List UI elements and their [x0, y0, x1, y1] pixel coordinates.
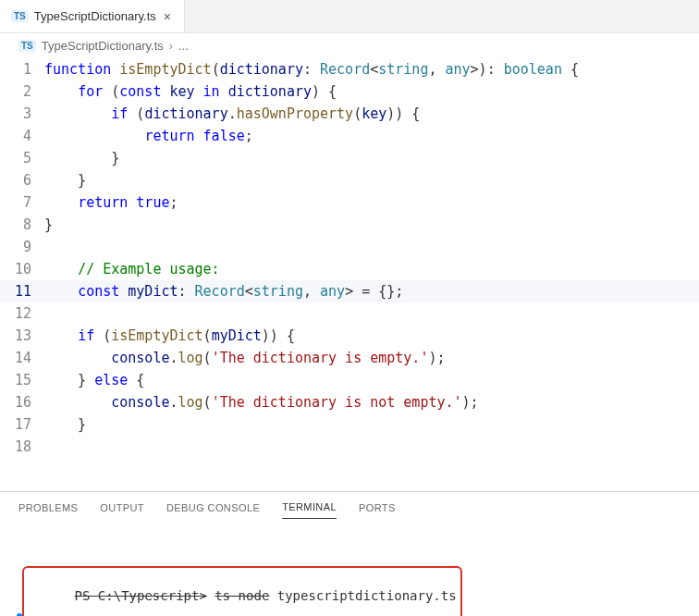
code-line[interactable]: } else { [44, 369, 144, 391]
code-line[interactable] [44, 236, 53, 258]
line-number: 8 [6, 214, 44, 236]
code-line[interactable] [44, 302, 53, 325]
editor-tab[interactable]: TS TypeScriptDictionary.ts × [0, 0, 185, 32]
tab-debug-console[interactable]: DEBUG CONSOLE [166, 502, 260, 519]
tab-ports[interactable]: PORTS [359, 502, 396, 519]
code-line[interactable]: const myDict: Record<string, any> = {}; [44, 280, 403, 302]
line-number: 10 [6, 258, 44, 280]
code-editor[interactable]: 1function isEmptyDict(dictionary: Record… [0, 56, 699, 467]
chevron-right-icon: › [169, 39, 173, 53]
code-line[interactable]: return false; [44, 125, 253, 147]
output-highlight: PS C:\Typescript> ts-node typescriptdict… [22, 566, 462, 616]
terminal[interactable]: PS C:\Typescript> ts-node typescriptdict… [0, 523, 699, 616]
code-line[interactable]: console.log('The dictionary is not empty… [44, 391, 479, 413]
line-number: 9 [6, 236, 44, 258]
code-line[interactable]: function isEmptyDict(dictionary: Record<… [44, 58, 579, 80]
line-number: 15 [6, 369, 44, 391]
line-number: 11 [6, 280, 44, 302]
code-line[interactable] [44, 436, 53, 458]
tab-bar: TS TypeScriptDictionary.ts × [0, 0, 699, 33]
code-line[interactable]: if (isEmptyDict(myDict)) { [44, 325, 295, 347]
line-number: 14 [6, 347, 44, 369]
code-line[interactable]: } [44, 147, 119, 169]
code-line[interactable]: return true; [44, 191, 178, 214]
code-line[interactable]: // Example usage: [44, 258, 220, 280]
tab-problems[interactable]: PROBLEMS [18, 502, 78, 519]
line-number: 1 [6, 58, 44, 80]
code-line[interactable]: } [44, 169, 86, 191]
line-number: 16 [6, 391, 44, 413]
line-number: 13 [6, 325, 44, 347]
tab-terminal[interactable]: TERMINAL [282, 501, 337, 519]
line-number: 6 [6, 169, 44, 191]
ts-lang-icon: TS [18, 40, 36, 52]
line-number: 12 [6, 302, 44, 325]
breadcrumb-file[interactable]: TypeScriptDictionary.ts [42, 39, 164, 53]
code-line[interactable]: if (dictionary.hasOwnProperty(key)) { [44, 103, 420, 125]
breadcrumb-more[interactable]: ... [178, 39, 189, 53]
code-line[interactable]: for (const key in dictionary) { [44, 80, 337, 103]
code-line[interactable]: } [44, 214, 53, 236]
tab-output[interactable]: OUTPUT [100, 502, 144, 519]
line-number: 2 [6, 80, 44, 103]
breadcrumb[interactable]: TS TypeScriptDictionary.ts › ... [0, 33, 699, 56]
line-number: 3 [6, 103, 44, 125]
line-number: 18 [6, 436, 44, 458]
line-number: 17 [6, 413, 44, 436]
line-number: 4 [6, 125, 44, 147]
close-icon[interactable]: × [162, 10, 173, 23]
ts-lang-icon: TS [11, 10, 29, 22]
panel-tabs: PROBLEMS OUTPUT DEBUG CONSOLE TERMINAL P… [0, 492, 699, 523]
code-line[interactable]: console.log('The dictionary is empty.'); [44, 347, 446, 369]
code-line[interactable]: } [44, 413, 86, 436]
tab-label: TypeScriptDictionary.ts [34, 9, 156, 23]
terminal-line: PS C:\Typescript> ts-node typescriptdict… [17, 567, 682, 616]
line-number: 5 [6, 147, 44, 169]
line-number: 7 [6, 191, 44, 214]
